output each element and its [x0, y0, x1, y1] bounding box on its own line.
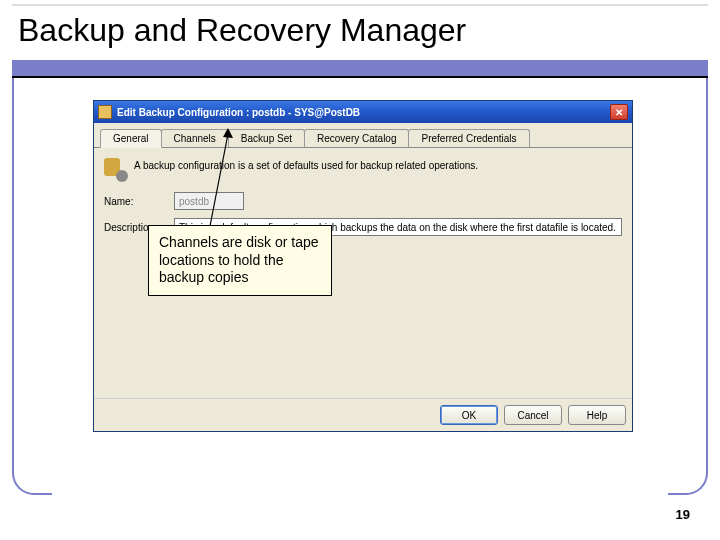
help-button[interactable]: Help: [568, 405, 626, 425]
tab-label: General: [113, 133, 149, 144]
tab-bar: General Channels Backup Set Recovery Cat…: [94, 123, 632, 148]
tab-label: Recovery Catalog: [317, 133, 396, 144]
channels-callout: Channels are disk or tape locations to h…: [148, 225, 332, 296]
tab-preferred-credentials[interactable]: Preferred Credentials: [408, 129, 529, 147]
slide-title: Backup and Recovery Manager: [18, 12, 466, 49]
dialog-button-bar: OK Cancel Help: [94, 398, 632, 431]
name-label: Name:: [104, 196, 166, 207]
page-number: 19: [676, 507, 690, 522]
tab-recovery-catalog[interactable]: Recovery Catalog: [304, 129, 409, 147]
svg-line-0: [210, 134, 228, 226]
tab-label: Preferred Credentials: [421, 133, 516, 144]
ok-button[interactable]: OK: [440, 405, 498, 425]
database-config-icon: [104, 156, 126, 180]
callout-arrow: [200, 128, 240, 228]
dialog-titlebar: Edit Backup Configuration : postdb - SYS…: [94, 101, 632, 123]
window-title: Edit Backup Configuration : postdb - SYS…: [117, 107, 610, 118]
cancel-button[interactable]: Cancel: [504, 405, 562, 425]
tab-label: Backup Set: [241, 133, 292, 144]
close-button[interactable]: ✕: [610, 104, 628, 120]
window-icon: [98, 105, 112, 119]
svg-marker-1: [223, 128, 233, 138]
tab-general[interactable]: General: [100, 129, 162, 148]
close-icon: ✕: [615, 107, 623, 118]
